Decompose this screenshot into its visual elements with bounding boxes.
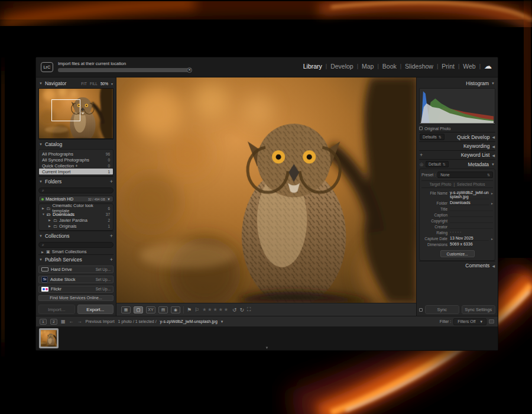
sync-button[interactable]: Sync	[425, 305, 459, 314]
saved-preset-dropdown[interactable]: Defaults ⇅	[420, 134, 445, 140]
folder-item-originals[interactable]: ▶ 🗀 Originals 1	[39, 223, 113, 229]
collections-search-input[interactable]	[46, 243, 110, 247]
add-collection-icon[interactable]: +	[110, 233, 113, 239]
import-button[interactable]: Import...	[38, 305, 75, 314]
keywording-header[interactable]: Keywording ◀	[419, 141, 495, 150]
survey-view-icon[interactable]: ▤	[158, 306, 168, 313]
zoom-fill-option[interactable]: FILL	[90, 82, 98, 86]
keyword-list-header[interactable]: + Keyword List ◀	[419, 150, 495, 159]
star-rating-control[interactable]: ★★★★★	[202, 307, 229, 312]
filename-caret-icon[interactable]: ▾	[221, 319, 223, 324]
quick-develop-header[interactable]: Defaults ⇅ Quick Develop ◀	[419, 132, 495, 141]
add-folder-icon[interactable]: +	[110, 179, 113, 185]
smart-collections-item[interactable]: ▶ ▣ Smart Collections	[38, 249, 113, 254]
add-publish-service-icon[interactable]: +	[110, 257, 113, 263]
metadata-header[interactable]: ◎ Default ⇅ Metadata ▼	[419, 159, 495, 169]
folders-search[interactable]: ⌕	[38, 187, 113, 193]
back-arrow-icon[interactable]: ←	[69, 319, 74, 324]
setup-link[interactable]: Set Up...	[96, 267, 111, 271]
folder-item-cinematic[interactable]: ▶ 🗀 Cinematic Color look template 6	[39, 205, 113, 211]
module-library[interactable]: Library	[303, 63, 322, 70]
flag-pick-icon[interactable]: ⚑	[187, 307, 192, 313]
publish-adobe-stock[interactable]: St Adobe Stock Set Up...	[38, 276, 113, 283]
action-arrow-icon[interactable]: ▸	[491, 236, 493, 241]
navigator-zoom-rect[interactable]	[51, 99, 80, 121]
rotate-left-icon[interactable]: ↺	[232, 307, 237, 313]
field-value[interactable]	[450, 212, 493, 217]
rotate-right-icon[interactable]: ↻	[240, 307, 245, 313]
module-print[interactable]: Print	[442, 63, 455, 70]
collections-header[interactable]: ▼ Collections +	[38, 231, 113, 241]
field-value[interactable]	[450, 206, 493, 211]
forward-arrow-icon[interactable]: →	[77, 319, 82, 324]
loupe-view-icon[interactable]: ▢	[134, 306, 143, 313]
navigator-header[interactable]: ▼ Navigator FIT FILL 50% ▾	[38, 79, 113, 88]
original-photo-row[interactable]: Original Photo	[419, 125, 495, 132]
action-arrow-icon[interactable]: ▸	[491, 200, 493, 205]
people-view-icon[interactable]: ◉	[171, 306, 180, 313]
navigator-preview[interactable]	[38, 88, 113, 139]
compare-view-icon[interactable]: XY	[146, 306, 155, 313]
publish-flickr[interactable]: Flickr Set Up...	[38, 286, 113, 293]
field-value[interactable]	[450, 218, 493, 223]
module-develop[interactable]: Develop	[330, 63, 353, 70]
publish-services-header[interactable]: ▼ Publish Services +	[38, 254, 113, 264]
histogram-graph[interactable]	[419, 88, 495, 125]
collections-search[interactable]: ⌕	[38, 242, 113, 248]
field-value[interactable]	[450, 224, 493, 229]
catalog-item-all-synced[interactable]: All Synced Photographs 0	[39, 157, 113, 163]
checkbox-icon[interactable]	[419, 127, 423, 130]
second-window-button[interactable]: 2	[50, 319, 57, 325]
go-to-grid-icon[interactable]: ▦	[61, 319, 66, 324]
module-book[interactable]: Book	[382, 63, 397, 70]
zoom-level-option[interactable]: 50%	[100, 82, 108, 86]
expand-triangle-icon[interactable]: ▶	[41, 250, 44, 254]
export-button[interactable]: Export...	[77, 305, 114, 314]
main-window-button[interactable]: 1	[40, 319, 47, 325]
tab-selected-photos[interactable]: Selected Photos	[457, 182, 485, 186]
publish-hard-drive[interactable]: Hard Drive Set Up...	[38, 266, 113, 273]
volume-macintosh-hd[interactable]: Macintosh HD 32 / 494 GB ▼	[38, 196, 113, 202]
find-more-services-button[interactable]: Find More Services Online...	[38, 295, 113, 301]
catalog-header[interactable]: ▼ Catalog	[38, 139, 113, 149]
catalog-item-quick-collection[interactable]: Quick Collection + 0	[39, 163, 113, 169]
pan-zoom-icon[interactable]: ⛶	[247, 306, 251, 313]
cancel-import-icon[interactable]: ✕	[187, 67, 192, 73]
setup-link[interactable]: Set Up...	[96, 277, 111, 282]
module-web[interactable]: Web	[463, 63, 475, 70]
cloud-sync-icon[interactable]: ☁	[484, 63, 492, 69]
module-slideshow[interactable]: Slideshow	[405, 63, 433, 70]
field-value[interactable]: 13 Nov 2025	[450, 236, 489, 241]
filmstrip-thumbnail-selected[interactable]	[39, 328, 59, 348]
filter-toggle[interactable]	[489, 319, 494, 324]
filmstrip-filename[interactable]: y-s-zpWdlbZ_jwM-unsplash.jpg	[160, 319, 218, 324]
module-map[interactable]: Map	[362, 63, 374, 70]
filter-preset-dropdown[interactable]: Filters Off ▾	[453, 318, 486, 325]
catalog-item-all-photographs[interactable]: All Photographs 96	[39, 151, 113, 157]
zoom-fit-option[interactable]: FIT	[81, 82, 87, 86]
loupe-photo[interactable]	[116, 77, 416, 303]
catalog-item-current-import[interactable]: Current Import 1	[39, 169, 113, 174]
expand-triangle-icon[interactable]: ▶	[42, 206, 45, 210]
collapse-bottom-panel-arrow[interactable]: ▼	[265, 346, 269, 350]
expand-triangle-icon[interactable]: ▶	[48, 218, 51, 222]
comments-header[interactable]: Comments ◀	[419, 261, 495, 270]
customize-button[interactable]: Customize...	[440, 250, 475, 257]
folders-header[interactable]: ▼ Folders +	[38, 176, 113, 186]
filmstrip-source[interactable]: Previous Import	[86, 319, 115, 324]
histogram-header[interactable]: Histogram ▼	[419, 79, 495, 88]
expand-triangle-icon[interactable]: ▼	[42, 212, 45, 216]
tab-target-photo[interactable]: Target Photo	[430, 182, 452, 186]
field-value[interactable]: Downloads	[450, 200, 489, 205]
setup-link[interactable]: Set Up...	[96, 287, 111, 291]
metadata-preset-dropdown[interactable]: Default ⇅	[426, 161, 449, 167]
expand-triangle-icon[interactable]: ▶	[48, 224, 51, 228]
flag-reject-icon[interactable]: ⚐	[194, 307, 199, 313]
field-value[interactable]: y-s-zpWdlbZ_jwM-unsplash.jpg	[450, 190, 489, 199]
sync-checkbox-icon[interactable]	[419, 308, 423, 312]
folders-search-input[interactable]	[46, 189, 110, 193]
grid-view-icon[interactable]: ▦	[121, 306, 131, 313]
volume-expand-icon[interactable]: ▼	[107, 198, 111, 201]
preset-none-dropdown[interactable]: None ⇅	[437, 172, 493, 178]
folder-item-javier-pardina[interactable]: ▶ 🗀 Javier Pardina 2	[39, 217, 113, 223]
